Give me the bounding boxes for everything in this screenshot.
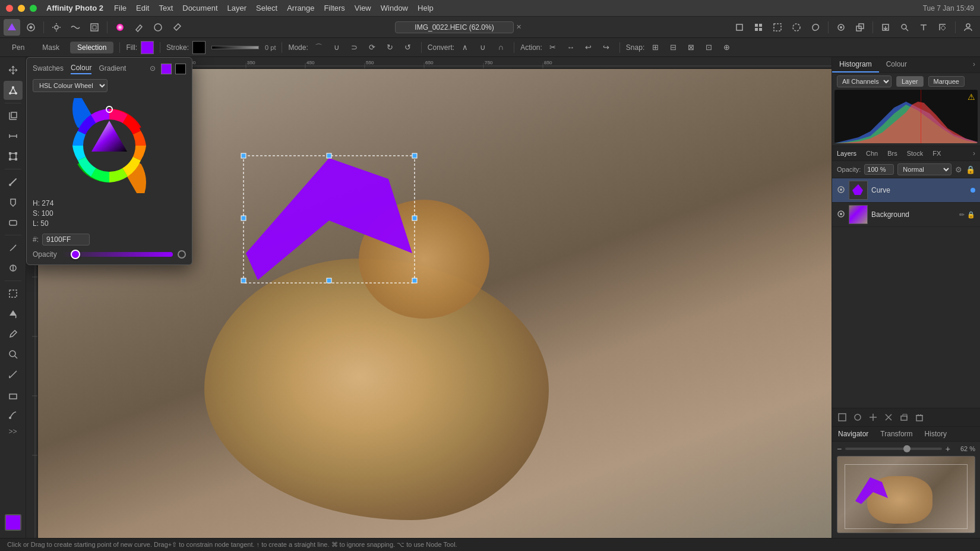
- navigator-tab[interactable]: Navigator: [832, 427, 874, 441]
- paint-brush[interactable]: [4, 172, 23, 191]
- snap-icon-1[interactable]: ⊞: [648, 40, 662, 55]
- menu-window[interactable]: Window: [381, 4, 408, 12]
- menu-filters[interactable]: Filters: [324, 4, 344, 12]
- record-tool[interactable]: [833, 19, 849, 36]
- lb-add-new-layer[interactable]: [897, 411, 911, 424]
- eyedropper-tool[interactable]: [4, 325, 23, 344]
- color-model-select[interactable]: HSL Colour Wheel: [33, 79, 108, 92]
- menu-edit[interactable]: Edit: [136, 4, 149, 12]
- mode-icon-2[interactable]: ∪: [330, 40, 344, 55]
- pen-tab[interactable]: Pen: [5, 42, 31, 53]
- export-tool[interactable]: [877, 19, 894, 36]
- zoom-slider-handle[interactable]: [903, 445, 911, 452]
- text-tool-tb[interactable]: [915, 19, 932, 36]
- convert-icon-2[interactable]: ∪: [476, 40, 490, 55]
- convert-icon-3[interactable]: ∩: [494, 40, 508, 55]
- cp-icon-dropper[interactable]: ⊙: [148, 64, 157, 73]
- straighten-tool[interactable]: [4, 127, 23, 146]
- opacity-handle[interactable]: [71, 250, 80, 259]
- snap-icon-4[interactable]: ⊡: [701, 40, 716, 55]
- wave-tool[interactable]: [67, 19, 84, 36]
- stroke-color-swatch[interactable]: [192, 41, 206, 54]
- layers-tab[interactable]: Layers: [832, 147, 861, 160]
- lb-new-group[interactable]: [836, 411, 849, 424]
- move-tool[interactable]: [4, 61, 23, 80]
- mode-icon-4[interactable]: ⟳: [365, 40, 380, 55]
- blend-mode-select[interactable]: Normal: [897, 163, 951, 175]
- selection-brush[interactable]: [4, 284, 23, 303]
- purple-shape-svg[interactable]: [210, 128, 424, 313]
- channel-select[interactable]: All Channels: [837, 75, 892, 87]
- convert-icon-1[interactable]: ∧: [458, 40, 472, 55]
- dropper-tool[interactable]: [169, 19, 185, 36]
- menu-arrange[interactable]: Arrange: [287, 4, 314, 12]
- menu-select[interactable]: Select: [256, 4, 277, 12]
- foreground-color[interactable]: [5, 514, 21, 531]
- canvas-area[interactable]: Swatches Colour Gradient ⊙ HSL Colour Wh…: [26, 57, 832, 538]
- opacity-input[interactable]: [864, 164, 894, 175]
- layer-visibility-curve[interactable]: [837, 185, 845, 196]
- navigator-thumbnail[interactable]: [837, 456, 975, 533]
- node-tool[interactable]: [4, 81, 23, 100]
- history-tab[interactable]: History: [919, 427, 953, 441]
- transform-tool-tb[interactable]: [934, 19, 951, 36]
- affinity-logo[interactable]: [4, 19, 20, 36]
- color-wheel-container[interactable]: [62, 98, 157, 193]
- swatches-tab[interactable]: Swatches: [33, 64, 64, 74]
- zoom-minus[interactable]: −: [837, 444, 842, 454]
- mode-icon-6[interactable]: ↺: [401, 40, 415, 55]
- zoom-tool-tb[interactable]: [896, 19, 913, 36]
- action-icon-2[interactable]: ↔: [564, 40, 578, 55]
- brs-tab[interactable]: Brs: [883, 147, 902, 160]
- curve-layer[interactable]: Curve: [832, 178, 980, 203]
- gradient-tab[interactable]: Gradient: [99, 64, 126, 74]
- action-icon-4[interactable]: ↪: [599, 40, 614, 55]
- user-icon[interactable]: [960, 19, 976, 36]
- select-tool-2[interactable]: [788, 19, 805, 36]
- lb-delete-layer[interactable]: [913, 411, 926, 424]
- stock-tab[interactable]: Stock: [902, 147, 928, 160]
- layers-collapse[interactable]: ›: [968, 146, 980, 160]
- expand-button[interactable]: >>: [5, 426, 21, 437]
- dodge-burn[interactable]: [4, 259, 23, 278]
- pen-tool-l[interactable]: [4, 405, 23, 424]
- background-layer[interactable]: Background ✏ 🔒: [832, 203, 980, 227]
- zoom-slider[interactable]: [845, 448, 942, 450]
- chn-tab[interactable]: Chn: [861, 147, 883, 160]
- action-icon-3[interactable]: ↩: [581, 40, 596, 55]
- settings-icon[interactable]: [48, 19, 65, 36]
- frame-tool[interactable]: [86, 19, 103, 36]
- close-button[interactable]: [6, 5, 13, 12]
- histogram-tab[interactable]: Histogram: [832, 57, 879, 73]
- layer-visibility-bg[interactable]: [837, 210, 845, 220]
- color-brush[interactable]: [112, 19, 128, 36]
- cp-bg-color[interactable]: [175, 64, 186, 74]
- shapes-tool[interactable]: [4, 385, 23, 404]
- menu-layer[interactable]: Layer: [227, 4, 247, 12]
- menu-file[interactable]: File: [114, 4, 127, 12]
- crop-tool-r[interactable]: [731, 19, 748, 36]
- colour-panel-tab[interactable]: Colour: [879, 57, 914, 73]
- fx-tab[interactable]: FX: [928, 147, 946, 160]
- selection-tab[interactable]: Selection: [70, 42, 113, 53]
- smudge-tool[interactable]: [4, 238, 23, 257]
- grid-tool[interactable]: [750, 19, 767, 36]
- snap-icon-3[interactable]: ⊠: [684, 40, 698, 55]
- cp-fg-color[interactable]: [161, 64, 172, 74]
- menu-text[interactable]: Text: [159, 4, 173, 12]
- transform-tab[interactable]: Transform: [874, 427, 918, 441]
- zoom-plus[interactable]: +: [946, 444, 950, 454]
- minimize-button[interactable]: [18, 5, 25, 12]
- mask-tab[interactable]: Mask: [35, 42, 67, 53]
- eraser-tool-l[interactable]: [4, 213, 23, 232]
- flood-fill[interactable]: [4, 304, 23, 323]
- snap-icon-2[interactable]: ⊟: [666, 40, 680, 55]
- fill-color-swatch[interactable]: [141, 41, 154, 54]
- crop-tool[interactable]: [4, 106, 23, 125]
- layer-gear-icon[interactable]: ⚙: [955, 165, 962, 174]
- layer-lock-icon[interactable]: 🔒: [966, 165, 975, 174]
- layer-btn[interactable]: Layer: [896, 76, 924, 87]
- measure-tool[interactable]: [4, 365, 23, 384]
- fullscreen-button[interactable]: [30, 5, 37, 12]
- lb-mask[interactable]: [851, 411, 864, 424]
